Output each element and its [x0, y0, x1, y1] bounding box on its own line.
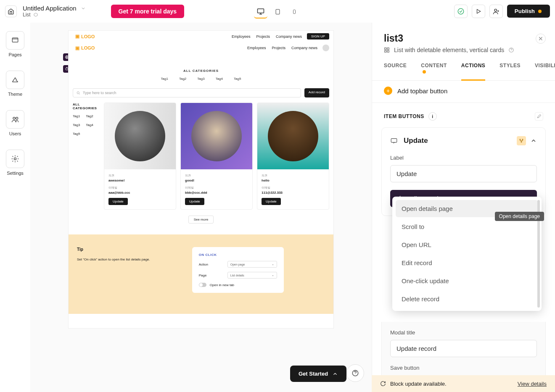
tag-filter[interactable]: Tag1 [73, 114, 80, 118]
add-record-button[interactable]: Add record [304, 88, 329, 97]
svg-rect-2 [276, 9, 280, 14]
chevron-up-icon [332, 371, 338, 377]
trial-button[interactable]: Get 7 more trial days [111, 5, 185, 18]
tip-page-select[interactable]: List details⌄ [227, 272, 277, 279]
tag-filter[interactable]: Tag5 [73, 132, 80, 136]
component-icon [33, 12, 38, 17]
svg-point-4 [458, 8, 464, 14]
nav-link[interactable]: Employees [247, 46, 266, 50]
viewport-desktop[interactable] [254, 5, 267, 18]
publish-button[interactable]: Publish [507, 5, 550, 18]
plus-icon: + [384, 87, 392, 95]
field-label: 의견 [108, 174, 172, 178]
info-icon[interactable]: i [428, 112, 437, 121]
list-card[interactable]: 의견 awesome! 이메일 aaa@bbb.ccc Update [104, 103, 176, 210]
preview-canvas[interactable]: ▣LOGO Employees Projects Company news SI… [68, 30, 334, 329]
tag-filter[interactable]: Tag4 [216, 77, 223, 81]
nav-theme[interactable]: Theme [6, 71, 24, 97]
category-heading: ALL CATEGORIES [69, 69, 333, 73]
preview-logo: ▣LOGO [75, 34, 95, 39]
tip-text: Set "On click" action to open the list d… [77, 258, 150, 261]
signup-button[interactable]: SIGN UP [307, 33, 329, 39]
tag-filter[interactable]: Tag4 [86, 123, 93, 127]
list-card[interactable]: 의견 hello 이메일 111@222.333 Update [257, 103, 329, 210]
tab-styles[interactable]: STYLES [500, 63, 521, 80]
add-topbar-button[interactable]: + Add topbar button [372, 87, 555, 103]
avatar-icon[interactable] [322, 45, 329, 51]
viewport-tablet[interactable] [271, 5, 284, 18]
app-title[interactable]: Untitled Application [23, 5, 77, 12]
svg-point-9 [16, 117, 18, 119]
svg-point-13 [77, 92, 79, 94]
tab-visibility[interactable]: VISIBILITY [535, 63, 555, 80]
preview-logo: ▣LOGO [75, 45, 95, 51]
modal-title-label: Modal title [390, 329, 537, 336]
nav-link[interactable]: Employees [232, 34, 251, 39]
dropdown-item[interactable]: Edit record [396, 254, 538, 271]
field-label: 의견 [185, 174, 248, 178]
search-icon [77, 91, 80, 95]
tip-action-select[interactable]: Open page⌄ [227, 261, 277, 268]
status-check-button[interactable] [454, 5, 468, 18]
svg-marker-5 [477, 9, 480, 13]
page-label: List [23, 12, 31, 18]
update-button[interactable]: Update [108, 198, 128, 205]
home-button[interactable] [5, 5, 17, 17]
nav-link[interactable]: Projects [256, 34, 270, 39]
preview-play-button[interactable] [472, 5, 485, 18]
tab-content[interactable]: CONTENT [421, 63, 447, 80]
tag-filter[interactable]: Tag1 [161, 77, 168, 81]
newtab-toggle[interactable] [199, 283, 206, 287]
tip-page-label: Page [199, 274, 207, 277]
tip-heading: Tip [77, 247, 150, 252]
tab-source[interactable]: SOURCE [384, 63, 407, 80]
svg-rect-19 [391, 139, 397, 142]
tag-filter[interactable]: Tag2 [179, 77, 186, 81]
branch-icon[interactable] [517, 136, 526, 145]
label-field-input[interactable] [390, 165, 537, 182]
viewport-mobile[interactable] [288, 5, 301, 18]
nav-users[interactable]: Users [6, 110, 24, 136]
nav-pages[interactable]: Pages [6, 31, 24, 57]
nav-link[interactable]: Projects [272, 46, 285, 50]
tag-filter[interactable]: Tag5 [234, 77, 241, 81]
help-icon[interactable] [508, 47, 514, 53]
modal-title-input[interactable] [390, 340, 537, 357]
field-value: hello [262, 179, 325, 182]
nav-link[interactable]: Company news [291, 46, 317, 50]
dropdown-item[interactable]: One-click update [396, 272, 538, 289]
help-button[interactable] [346, 364, 364, 382]
chevron-down-icon[interactable] [81, 6, 86, 11]
nav-users-label: Users [9, 131, 21, 136]
search-input[interactable]: Type here to search [73, 88, 301, 97]
tag-filter[interactable]: Tag3 [73, 123, 80, 127]
get-started-button[interactable]: Get Started [290, 366, 346, 382]
invite-user-button[interactable] [489, 5, 503, 18]
action-dropdown: Open details page Scroll to Open URL Edi… [392, 197, 542, 311]
update-button[interactable]: Update [185, 198, 204, 205]
side-tags-heading: ALL CATEGORIES [73, 103, 100, 110]
brush-icon[interactable] [535, 112, 543, 121]
tag-filter[interactable]: Tag3 [197, 77, 204, 81]
list-card[interactable]: 의견 good! 이메일 bbb@ccc.ddd Update [180, 103, 253, 210]
tab-actions[interactable]: ACTIONS [461, 63, 486, 80]
newtab-label: Open in new tab [210, 283, 234, 287]
update-heading: Update [404, 137, 428, 145]
field-label: 이메일 [108, 186, 172, 190]
dropdown-item[interactable]: Delete record [396, 290, 538, 308]
field-value: 111@222.333 [262, 191, 325, 195]
see-more-button[interactable]: See more [188, 216, 214, 224]
svg-rect-16 [385, 50, 386, 52]
tag-filter[interactable]: Tag2 [86, 114, 93, 118]
svg-point-10 [14, 158, 16, 160]
chevron-up-icon[interactable] [530, 137, 537, 144]
dropdown-item[interactable]: Open URL [396, 236, 538, 253]
component-subtitle: List with deletable elements, vertical c… [394, 47, 504, 53]
grid-icon [384, 47, 390, 53]
close-button[interactable]: ✕ [536, 34, 546, 44]
update-button[interactable]: Update [262, 198, 281, 205]
nav-settings[interactable]: Settings [6, 150, 24, 176]
nav-link[interactable]: Company news [276, 34, 302, 39]
view-details-link[interactable]: View details [518, 381, 547, 387]
svg-point-20 [520, 139, 521, 140]
